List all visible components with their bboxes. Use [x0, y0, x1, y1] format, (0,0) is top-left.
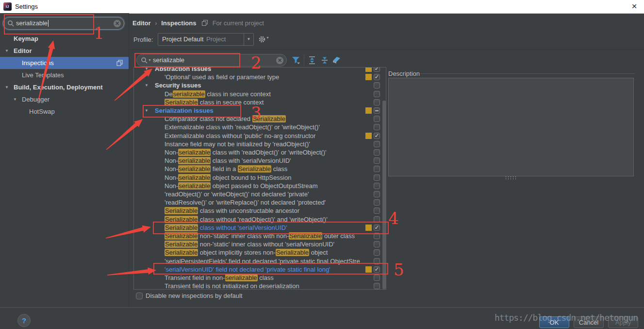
inspection-row[interactable]: Serializable non-'static' inner class wi… — [134, 232, 386, 240]
severity-indicator[interactable] — [365, 266, 372, 273]
close-icon[interactable]: × — [628, 0, 640, 12]
inspection-checkbox[interactable] — [374, 216, 380, 223]
inspection-row[interactable]: 'readObject()' or 'writeObject()' not de… — [134, 190, 386, 198]
sidebar-item-hotswap[interactable]: HotSwap — [0, 105, 129, 118]
expand-all-icon[interactable] — [307, 55, 317, 65]
breadcrumb-inspections[interactable]: Inspections — [161, 19, 196, 27]
inspection-checkbox[interactable] — [374, 183, 380, 189]
inspection-checkbox[interactable] — [374, 91, 380, 97]
inspection-row[interactable]: ▼Abstraction issues✓ — [134, 67, 386, 73]
inspection-checkbox[interactable] — [374, 249, 380, 256]
breadcrumb-editor[interactable]: Editor — [132, 19, 151, 27]
resize-grip[interactable] — [505, 176, 517, 179]
severity-indicator[interactable] — [365, 74, 372, 80]
inspection-checkbox[interactable] — [374, 174, 380, 181]
inspection-checkbox[interactable]: ✓ — [374, 74, 380, 80]
inspection-checkbox[interactable] — [374, 166, 380, 172]
inspection-checkbox[interactable]: ✓ — [374, 225, 380, 231]
cancel-button[interactable]: Cancel — [574, 316, 604, 328]
inspection-checkbox[interactable] — [374, 233, 380, 239]
inspection-checkbox[interactable] — [374, 191, 380, 197]
sidebar-item-live-templates[interactable]: Live Templates — [0, 69, 129, 81]
inspection-row[interactable]: Transient field in non-serializable clas… — [134, 274, 386, 282]
inspection-row[interactable]: Non-serializable object bound to HttpSes… — [134, 173, 386, 182]
inspection-row[interactable]: Serializable class without 'serialVersio… — [134, 224, 386, 232]
inspection-checkbox[interactable] — [374, 283, 380, 289]
inspection-row[interactable]: 'serialVersionUID' field not declared 'p… — [134, 265, 386, 274]
inspection-row[interactable]: Serializable class in secure context — [134, 98, 386, 106]
profile-gear-icon[interactable]: ▼ — [258, 35, 269, 43]
inspection-checkbox[interactable] — [374, 241, 380, 247]
expand-arrow-icon[interactable]: ▼ — [5, 81, 9, 93]
inspection-checkbox[interactable]: ✓ — [374, 133, 380, 139]
inspection-checkbox[interactable] — [374, 149, 380, 156]
apply-button[interactable]: Apply — [608, 316, 638, 328]
expand-arrow-icon[interactable]: ▼ — [13, 93, 17, 105]
inspection-row-label: 'serialPersistentFields' field not decla… — [165, 257, 363, 265]
inspection-row[interactable]: ▼Security issues — [134, 81, 386, 89]
chevron-down-icon[interactable]: ▼ — [244, 34, 253, 45]
inspection-row[interactable]: Serializable class with unconstructable … — [134, 207, 386, 215]
inspection-checkbox[interactable] — [374, 116, 380, 122]
description-panel — [388, 78, 634, 176]
inspection-checkbox[interactable] — [374, 124, 380, 130]
inspection-row[interactable]: Externalizable class without 'public' no… — [134, 132, 386, 140]
inspection-checkbox[interactable] — [374, 157, 380, 164]
inspection-checkbox[interactable] — [374, 99, 380, 105]
sidebar-item-label: Build, Execution, Deployment — [14, 81, 102, 93]
inspection-row[interactable]: Transient field is not initialized on de… — [134, 282, 386, 290]
profile-select[interactable]: Project Default Project ▼ — [158, 33, 254, 46]
inspection-checkbox[interactable] — [374, 275, 380, 281]
inspection-row[interactable]: Non-serializable field in a Serializable… — [134, 165, 386, 173]
inspection-checkbox[interactable] — [374, 208, 380, 214]
expand-arrow-icon[interactable]: ▼ — [145, 67, 149, 73]
expand-arrow-icon[interactable]: ▼ — [5, 45, 9, 57]
inspection-checkbox[interactable]: ✓ — [374, 67, 380, 72]
inspection-checkbox[interactable]: ✓ — [374, 266, 380, 273]
severity-indicator[interactable] — [365, 225, 372, 231]
sidebar-item-build-execution-deployment[interactable]: ▼Build, Execution, Deployment — [0, 81, 129, 93]
clear-search-icon[interactable]: ✕ — [114, 20, 121, 27]
inspection-row[interactable]: Serializable non-'static' inner class wi… — [134, 240, 386, 248]
inspection-row[interactable]: 'Optional' used as field or parameter ty… — [134, 73, 386, 81]
inspection-row[interactable]: Comparator class not declared Serializab… — [134, 115, 386, 123]
inspection-row[interactable]: ▼Serialization issues — [134, 106, 386, 115]
inspection-row[interactable]: Deserializable class in secure context — [134, 90, 386, 98]
inspection-row-label: Non-serializable object bound to HttpSes… — [165, 173, 363, 182]
inspection-checkbox[interactable] — [374, 107, 380, 114]
severity-indicator[interactable] — [365, 133, 372, 139]
inspection-search-input[interactable]: ▼ serializable ✕ — [136, 54, 287, 67]
inspection-row[interactable]: Serializable class without 'readObject()… — [134, 215, 386, 224]
expand-arrow-icon[interactable]: ▼ — [145, 81, 149, 89]
inspection-checkbox[interactable] — [374, 258, 380, 264]
clear-search-icon[interactable]: ✕ — [276, 57, 283, 64]
inspection-row[interactable]: Non-serializable class with 'readObject(… — [134, 148, 386, 156]
search-options-chevron-icon[interactable]: ▼ — [148, 58, 151, 62]
severity-indicator[interactable] — [365, 107, 372, 114]
inspection-row[interactable]: Non-serializable class with 'serialVersi… — [134, 156, 386, 165]
sidebar-item-debugger[interactable]: ▼Debugger — [0, 93, 129, 105]
sidebar-item-editor[interactable]: ▼Editor — [0, 45, 129, 57]
inspection-row-label: 'serialVersionUID' field not declared 'p… — [165, 265, 363, 274]
expand-arrow-icon[interactable]: ▼ — [145, 106, 149, 115]
settings-search-input[interactable]: serializable ✕ — [3, 17, 124, 30]
inspection-row[interactable]: Non-serializable object passed to Object… — [134, 182, 386, 190]
sidebar-item-inspections[interactable]: Inspections — [0, 57, 129, 69]
ok-button[interactable]: OK — [539, 316, 569, 328]
help-button[interactable]: ? — [17, 314, 31, 327]
inspection-row[interactable]: 'serialPersistentFields' field not decla… — [134, 257, 386, 265]
inspection-checkbox[interactable] — [374, 82, 380, 88]
inspection-row[interactable]: Serializable object implicitly stores no… — [134, 248, 386, 257]
inspection-row[interactable]: 'readResolve()' or 'writeReplace()' not … — [134, 198, 386, 207]
severity-indicator[interactable] — [365, 67, 372, 72]
inspection-row-label: Serializable class without 'serialVersio… — [165, 224, 363, 232]
reset-filter-icon[interactable] — [331, 55, 341, 65]
inspection-checkbox[interactable] — [374, 199, 380, 206]
sidebar-item-keymap[interactable]: Keymap — [0, 33, 129, 45]
collapse-all-icon[interactable] — [320, 55, 330, 65]
disable-new-inspections-checkbox[interactable] — [136, 293, 143, 299]
inspection-checkbox[interactable] — [374, 141, 380, 147]
inspection-row[interactable]: Externalizable class with 'readObject()'… — [134, 123, 386, 131]
inspection-row[interactable]: Instance field may not be initialized by… — [134, 140, 386, 148]
filter-icon[interactable] — [291, 55, 301, 65]
